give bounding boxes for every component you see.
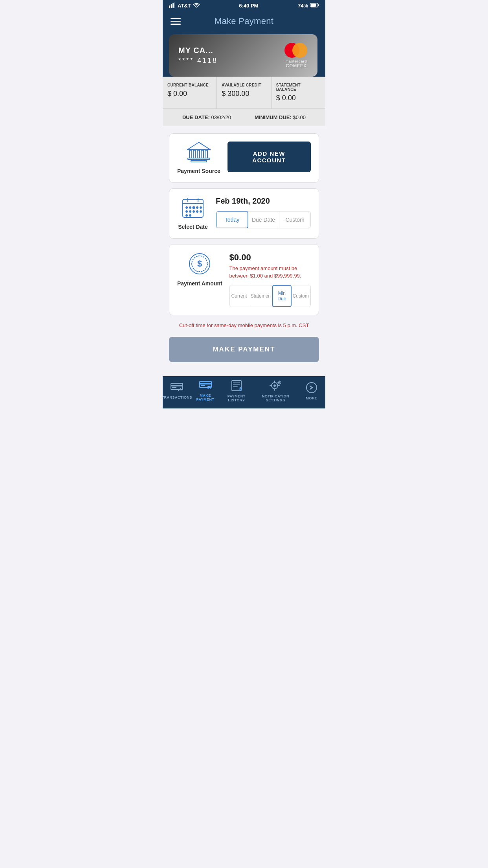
svg-point-23 [196,207,198,208]
svg-point-51 [273,384,276,387]
nav-transactions-label: TRANSACTIONS [163,395,192,399]
dollar-circle-icon: $ [188,252,211,277]
payment-amount-icon-group: $ Payment Amount [177,252,222,287]
amount-option-custom[interactable]: Custom [291,285,310,307]
payment-source-section: Payment Source ADD NEW ACCOUNT [169,133,319,183]
svg-rect-13 [188,158,210,160]
statement-balance: STATEMENT BALANCE $ 0.00 [272,77,325,108]
nav-notification-settings-label: NOTIFICATION SETTINGS [253,394,298,402]
card-brand: COMFEX [286,63,306,68]
date-options-group: Today Due Date Custom [216,211,311,228]
mc-text: mastercard [285,59,307,63]
due-date-value: 03/02/20 [211,114,231,120]
wifi-icon [193,3,200,9]
svg-point-28 [196,211,198,212]
min-due-value: $0.00 [293,114,306,120]
transactions-icon [171,383,183,394]
payment-amount-error: The payment amount must be between $1.00… [229,265,311,279]
nav-payment-history[interactable]: $ PAYMENT HISTORY [220,380,253,402]
mc-orange-circle [292,43,307,58]
make-payment-button[interactable]: MAKE PAYMENT [169,337,319,362]
nav-payment-history-label: PAYMENT HISTORY [220,394,253,402]
due-bar: DUE DATE: 03/02/20 MINIMUM DUE: $0.00 [163,109,325,126]
mastercard-logo: mastercard COMFEX [284,43,308,68]
menu-button[interactable] [171,18,181,25]
bank-icon [187,142,211,164]
select-date-section: Select Date Feb 19th, 2020 Today Due Dat… [169,188,319,239]
battery-percent: 74% [298,3,308,9]
available-credit-label: AVAILABLE CREDIT [222,83,266,87]
available-credit-value: $ 300.00 [222,90,266,98]
make-payment-icon [199,381,212,392]
payment-amount-section: $ Payment Amount $0.00 The payment amoun… [169,244,319,315]
amount-option-min-due[interactable]: Min Due [272,285,292,307]
page-title: Make Payment [189,16,299,26]
current-balance-label: CURRENT BALANCE [167,83,212,87]
amount-option-current[interactable]: Current [230,285,249,307]
payment-history-icon: $ [231,380,242,393]
svg-rect-1 [171,4,172,8]
nav-transactions[interactable]: TRANSACTIONS [163,383,191,399]
date-option-due-date[interactable]: Due Date [248,211,279,228]
payment-source-content[interactable]: ADD NEW ACCOUNT [227,142,311,172]
header: Make Payment [163,11,325,34]
svg-rect-8 [189,150,192,158]
svg-point-31 [189,215,191,216]
status-time: 6:40 PM [239,3,258,9]
nav-more-label: MORE [306,396,317,400]
statement-balance-label: STATEMENT BALANCE [276,83,321,92]
selected-date: Feb 19th, 2020 [216,197,311,206]
svg-rect-11 [201,150,204,158]
payment-amount-content: $0.00 The payment amount must be between… [229,252,311,307]
svg-point-22 [193,207,195,209]
status-right: 74% [298,3,319,9]
date-option-today[interactable]: Today [216,211,248,228]
available-credit: AVAILABLE CREDIT $ 300.00 [217,77,271,108]
balance-bar: CURRENT BALANCE $ 0.00 AVAILABLE CREDIT … [163,77,325,109]
card-area: MY CA... **** 4118 mastercard COMFEX [163,34,325,77]
add-account-button[interactable]: ADD NEW ACCOUNT [227,142,311,172]
credit-card: MY CA... **** 4118 mastercard COMFEX [169,34,317,77]
date-option-custom[interactable]: Custom [279,211,310,228]
svg-text:$: $ [239,386,242,391]
svg-text:$: $ [197,259,202,268]
statement-balance-value: $ 0.00 [276,94,321,102]
current-balance-value: $ 0.00 [167,90,212,98]
status-left: AT&T [169,2,200,9]
amount-options-group: Current Statemen Min Due Custom [229,285,311,307]
due-date-item: DUE DATE: 03/02/20 [182,114,231,120]
amount-option-statement[interactable]: Statemen [249,285,273,307]
payment-source-label: Payment Source [177,167,220,175]
svg-rect-36 [171,385,183,386]
nav-make-payment-label: MAKE PAYMENT [191,394,219,401]
svg-point-29 [200,211,202,212]
nav-more[interactable]: MORE [298,382,325,400]
svg-point-20 [186,207,187,208]
payment-amount-value: $0.00 [229,252,311,263]
svg-point-25 [186,211,187,212]
svg-rect-9 [193,150,196,158]
svg-point-26 [189,211,191,212]
calendar-icon [182,197,204,220]
current-balance: CURRENT BALANCE $ 0.00 [163,77,217,108]
svg-point-4 [196,7,197,7]
svg-point-27 [193,211,194,212]
svg-rect-7 [318,4,319,6]
card-number: **** 4118 [178,57,218,65]
status-bar: AT&T 6:40 PM 74% [163,0,325,11]
nav-make-payment[interactable]: MAKE PAYMENT [191,381,219,401]
svg-rect-12 [205,150,207,158]
payment-amount-label: Payment Amount [177,280,222,287]
select-date-content: Feb 19th, 2020 Today Due Date Custom [216,197,311,228]
svg-rect-15 [191,160,207,162]
select-date-label: Select Date [178,223,207,230]
select-date-icon-group: Select Date [177,197,209,230]
cutoff-notice: Cut-off time for same-day mobile payment… [169,321,319,330]
more-icon [306,382,317,395]
svg-rect-6 [311,4,316,7]
due-date-label: DUE DATE: [182,114,210,120]
nav-notification-settings[interactable]: NOTIFICATION SETTINGS [253,380,298,402]
card-name: MY CA... [178,46,218,55]
svg-rect-39 [200,383,211,384]
svg-marker-14 [188,142,210,149]
